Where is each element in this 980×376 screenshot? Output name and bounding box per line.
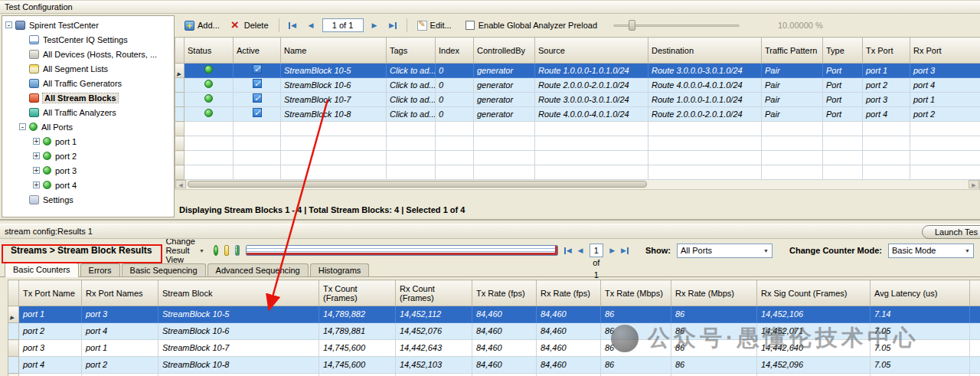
tx-port-cell[interactable]: port 3 [863, 93, 910, 107]
tx-port-cell[interactable]: port 2 [863, 78, 910, 93]
avg-latency-cell[interactable]: 7.14 [871, 306, 970, 323]
active-checkbox[interactable] [253, 93, 262, 103]
delete-button[interactable]: Delete [227, 19, 273, 32]
rx-port-cell[interactable]: port 2 [910, 107, 980, 122]
tab-errors[interactable]: Errors [80, 263, 120, 276]
tree-item-all-traffic-generators[interactable]: All Traffic Generators [2, 76, 174, 90]
tree-item-all-traffic-analyzers[interactable]: All Traffic Analyzers [2, 105, 174, 119]
rx-port-names-cell[interactable]: port 1 [82, 340, 158, 357]
results-row[interactable]: port 4 port 2 StreamBlock 10-8 14,745,60… [8, 357, 980, 374]
column-header-tx-port-name[interactable]: Tx Port Name [19, 280, 82, 306]
stream-block-cell[interactable]: StreamBlock 10-6 [158, 323, 319, 340]
tx-rate-mbps-cell[interactable]: 86 [601, 306, 671, 323]
rx-sig-count-cell[interactable]: 14,452,071 [757, 323, 871, 340]
active-checkbox[interactable] [253, 108, 262, 117]
column-header-destination[interactable]: Destination [648, 38, 762, 64]
row-selector[interactable] [8, 340, 19, 357]
column-header-traffic-pattern[interactable]: Traffic Pattern [762, 38, 823, 64]
tree-item-spirent-testcenter[interactable]: Spirent TestCenter [2, 18, 174, 32]
previous-page-button[interactable] [304, 18, 318, 32]
next-page-button[interactable] [368, 18, 382, 32]
tab-histograms[interactable]: Histograms [310, 263, 370, 276]
rx-rate-fps-cell[interactable]: 84,460 [537, 306, 601, 323]
tx-count-cell[interactable]: 14,745,600 [319, 357, 396, 374]
results-row[interactable]: port 2 port 4 StreamBlock 10-6 14,789,88… [8, 323, 980, 340]
tx-rate-fps-cell[interactable]: 84,460 [472, 306, 537, 323]
rx-sig-count-cell[interactable]: 14,452,096 [757, 357, 871, 374]
rx-port-cell[interactable]: port 1 [910, 93, 980, 107]
edit-button[interactable]: Edit... [413, 19, 456, 32]
rx-rate-mbps-cell[interactable]: 86 [671, 340, 757, 357]
active-cell[interactable] [234, 93, 281, 107]
tx-rate-fps-cell[interactable]: 84,460 [472, 340, 537, 357]
tx-rate-mbps-cell[interactable]: 86 [601, 357, 671, 374]
save-results-icon[interactable] [246, 245, 557, 256]
column-header-rx-rate-mbps[interactable]: Rx Rate (Mbps) [671, 280, 757, 306]
table-row[interactable]: StreamBlock 10-7 Click to ad... 0 genera… [175, 93, 980, 107]
add-button[interactable]: Add... [181, 19, 224, 32]
destination-cell[interactable]: Route 3.0.0.0-3.0.1.0/24 [648, 64, 762, 78]
index-cell[interactable]: 0 [436, 64, 474, 78]
horizontal-scrollbar[interactable] [175, 180, 980, 190]
tree-item-port-2[interactable]: port 2 [2, 149, 174, 163]
row-selector[interactable] [8, 306, 19, 323]
rx-sig-count-cell[interactable]: 14,452,106 [757, 306, 871, 323]
column-header-rx-sig-count[interactable]: Rx Sig Count (Frames) [757, 280, 871, 306]
type-cell[interactable]: Port [823, 107, 863, 122]
rx-rate-fps-cell[interactable]: 84,460 [537, 323, 601, 340]
tx-count-cell[interactable]: 14,789,882 [319, 306, 396, 323]
column-header-tx-rate-mbps[interactable]: Tx Rate (Mbps) [601, 280, 671, 306]
rx-rate-mbps-cell[interactable]: 86 [671, 306, 757, 323]
active-cell[interactable] [234, 107, 281, 122]
tx-count-cell[interactable]: 14,789,881 [319, 323, 396, 340]
tags-cell[interactable]: Click to ad... [387, 78, 436, 93]
stream-block-cell[interactable]: StreamBlock 10-7 [158, 340, 319, 357]
tags-cell[interactable]: Click to ad... [387, 107, 436, 122]
column-header-stream-block[interactable]: Stream Block [158, 280, 319, 306]
column-header-rx-port-names[interactable]: Rx Port Names [82, 280, 158, 306]
column-header-index[interactable]: Index [436, 38, 474, 64]
tree-item-testcenter-iq-settings[interactable]: TestCenter IQ Settings [2, 32, 174, 47]
tab-basic-counters[interactable]: Basic Counters [5, 263, 79, 277]
rx-port-cell[interactable]: port 4 [910, 78, 980, 93]
scroll-right-icon[interactable] [969, 180, 979, 188]
first-result-page-button[interactable] [564, 244, 572, 257]
destination-cell[interactable]: Route 1.0.0.0-1.0.1.0/24 [648, 93, 762, 107]
tree-item-all-ports[interactable]: All Ports [2, 119, 174, 134]
last-result-page-button[interactable] [621, 244, 629, 257]
tags-cell[interactable]: Click to ad... [387, 93, 436, 107]
tree-item-all-stream-blocks[interactable]: All Stream Blocks [2, 90, 174, 105]
tx-rate-fps-cell[interactable]: 84,460 [472, 357, 537, 374]
rx-rate-mbps-cell[interactable]: 86 [671, 323, 757, 340]
rx-rate-mbps-cell[interactable]: 86 [671, 357, 757, 374]
tree-item-settings[interactable]: Settings [2, 192, 174, 207]
column-header-tx-port[interactable]: Tx Port [863, 38, 910, 64]
traffic-pattern-cell[interactable]: Pair [762, 93, 823, 107]
controlledby-cell[interactable]: generator [474, 107, 535, 122]
rx-count-cell[interactable]: 14,452,112 [396, 306, 472, 323]
rx-port-names-cell[interactable]: port 4 [82, 323, 158, 340]
rx-count-cell[interactable]: 14,442,643 [396, 340, 472, 357]
rx-rate-fps-cell[interactable]: 84,460 [537, 340, 601, 357]
tab-advanced-sequencing[interactable]: Advanced Sequencing [207, 263, 309, 276]
column-header-rx-count[interactable]: Rx Count (Frames) [396, 280, 472, 306]
traffic-pattern-cell[interactable]: Pair [762, 78, 823, 93]
expand-icon[interactable] [33, 181, 40, 188]
source-cell[interactable]: Route 2.0.0.0-2.0.1.0/24 [535, 78, 648, 93]
next-result-page-button[interactable] [609, 244, 615, 257]
name-cell[interactable]: StreamBlock 10-5 [281, 64, 387, 78]
tx-count-cell[interactable]: 14,745,600 [319, 340, 396, 357]
controlledby-cell[interactable]: generator [474, 78, 535, 93]
active-cell[interactable] [234, 78, 281, 93]
tx-rate-fps-cell[interactable]: 84,460 [472, 323, 537, 340]
stream-block-cell[interactable]: StreamBlock 10-8 [158, 357, 319, 374]
column-header-rx-rate-fps[interactable]: Rx Rate (fps) [537, 280, 601, 306]
tree-item-port-1[interactable]: port 1 [2, 134, 174, 149]
traffic-pattern-cell[interactable]: Pair [762, 64, 823, 78]
column-header-tx-count[interactable]: Tx Count (Frames) [319, 280, 396, 306]
tree-item-port-3[interactable]: port 3 [2, 163, 174, 178]
row-selector[interactable] [175, 64, 185, 78]
export-results-icon[interactable] [235, 245, 240, 256]
type-cell[interactable]: Port [823, 93, 863, 107]
tx-rate-mbps-cell[interactable]: 86 [601, 323, 671, 340]
